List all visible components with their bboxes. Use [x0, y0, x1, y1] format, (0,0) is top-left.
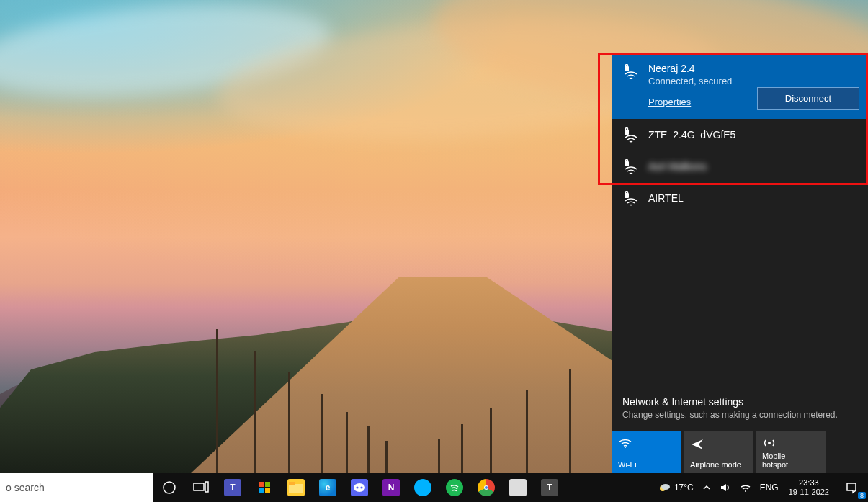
wifi-icon — [618, 436, 632, 452]
weather-icon — [658, 480, 671, 496]
quick-wifi-button[interactable]: Wi-Fi — [612, 431, 681, 473]
wifi-secured-icon — [622, 64, 640, 81]
wifi-secured-icon — [622, 159, 640, 176]
notification-count: 8 — [858, 492, 866, 499]
search-placeholder: o search — [6, 482, 45, 493]
cortana-button[interactable] — [153, 473, 185, 502]
svg-rect-0 — [625, 66, 629, 71]
svg-point-16 — [356, 486, 358, 488]
taskbar-app-onenote[interactable]: N — [375, 473, 407, 502]
taskbar-app-store[interactable] — [249, 473, 280, 502]
wifi-network-item[interactable]: ZTE_2.4G_dVGfE5 — [612, 119, 868, 151]
tray-chevron-up[interactable] — [698, 473, 715, 502]
svg-point-4 — [625, 447, 626, 448]
wifi-network-name: ZTE_2.4G_dVGfE5 — [648, 129, 858, 140]
wifi-connected-status: Connected, secured — [648, 76, 858, 86]
taskbar-app-app3[interactable]: T — [534, 473, 565, 502]
wifi-network-item[interactable]: Asrt Malkons — [612, 151, 868, 182]
wifi-network-name: Asrt Malkons — [648, 161, 858, 172]
wifi-connected-name: Neeraj 2.4 — [648, 63, 858, 74]
taskbar-app-edge[interactable]: e — [312, 473, 344, 502]
tray-network[interactable] — [735, 473, 756, 502]
airplane-icon — [690, 436, 704, 452]
tray-volume[interactable] — [715, 473, 735, 502]
wifi-network-item[interactable]: AIRTEL — [612, 182, 868, 214]
svg-point-19 — [485, 486, 488, 489]
svg-rect-14 — [289, 482, 295, 485]
wifi-secured-icon — [622, 127, 640, 145]
taskbar-app-app2[interactable] — [502, 473, 534, 502]
store-icon — [256, 479, 273, 496]
wifi-disconnect-button[interactable]: Disconnect — [757, 87, 859, 110]
svg-rect-7 — [194, 483, 204, 490]
explorer-icon — [287, 479, 305, 496]
svg-rect-2 — [625, 161, 629, 166]
tray-time: 23:33 — [799, 478, 819, 488]
quick-wifi-label: Wi-Fi — [618, 460, 637, 469]
wifi-network-connected[interactable]: Neeraj 2.4 Connected, secured Properties… — [612, 55, 868, 119]
network-settings-sub: Change settings, such as making a connec… — [622, 410, 838, 420]
tray-weather[interactable]: 17°C — [653, 473, 698, 502]
network-settings-link[interactable]: Network & Internet settings Change setti… — [622, 396, 838, 420]
taskbar-app-teams[interactable]: T — [217, 473, 249, 502]
taskbar-app-app1[interactable] — [407, 473, 439, 502]
onenote-icon: N — [382, 479, 400, 496]
svg-point-5 — [768, 442, 771, 444]
svg-rect-12 — [265, 488, 270, 493]
edge-icon: e — [319, 479, 336, 496]
svg-point-15 — [354, 483, 365, 492]
app1-icon — [414, 479, 431, 496]
taskbar-app-chrome[interactable] — [470, 473, 502, 502]
tray-clock[interactable]: 23:33 19-11-2022 — [783, 473, 835, 502]
svg-point-22 — [745, 490, 746, 492]
network-settings-title: Network & Internet settings — [622, 396, 838, 408]
svg-rect-8 — [205, 482, 208, 492]
svg-rect-11 — [259, 488, 264, 493]
svg-point-17 — [360, 486, 362, 488]
tray-notifications[interactable]: 8 — [835, 473, 868, 502]
svg-point-21 — [661, 484, 670, 490]
svg-rect-3 — [625, 193, 629, 198]
taskbar-search[interactable]: o search — [0, 473, 153, 502]
quick-hotspot-button[interactable]: Mobile hotspot — [756, 431, 826, 473]
svg-rect-9 — [259, 482, 264, 487]
tray-date: 19-11-2022 — [789, 488, 829, 497]
hotspot-icon — [762, 436, 777, 452]
spotify-icon — [446, 479, 463, 496]
chrome-icon — [478, 479, 495, 496]
app2-icon — [509, 479, 527, 496]
svg-rect-1 — [625, 130, 629, 135]
system-tray: 17°C ENG 23:33 19-11-2022 8 — [653, 473, 868, 502]
wifi-flyout: Neeraj 2.4 Connected, secured Properties… — [612, 55, 868, 473]
taskbar-app-discord[interactable] — [344, 473, 375, 502]
quick-airplane-button[interactable]: Airplane mode — [684, 431, 753, 473]
quick-airplane-label: Airplane mode — [690, 460, 741, 469]
wifi-quick-actions: Wi-Fi Airplane mode Mobile hotspot — [612, 431, 868, 473]
taskbar-app-spotify[interactable] — [439, 473, 470, 502]
taskbar-app-explorer[interactable] — [280, 473, 312, 502]
quick-hotspot-label: Mobile hotspot — [762, 452, 788, 469]
svg-point-6 — [164, 482, 175, 493]
tray-language[interactable]: ENG — [756, 473, 783, 502]
weather-temp: 17°C — [674, 483, 694, 493]
wifi-secured-icon — [622, 191, 640, 208]
discord-icon — [351, 479, 368, 496]
teams-icon: T — [224, 479, 241, 496]
taskbar: o search TeNT 17°C ENG 23:33 19-11-2022 — [0, 473, 868, 502]
svg-rect-10 — [265, 482, 270, 487]
wifi-properties-link[interactable]: Properties — [648, 97, 691, 107]
wifi-network-name: AIRTEL — [648, 192, 858, 204]
app3-icon: T — [541, 479, 558, 496]
task-view-button[interactable] — [185, 473, 217, 502]
